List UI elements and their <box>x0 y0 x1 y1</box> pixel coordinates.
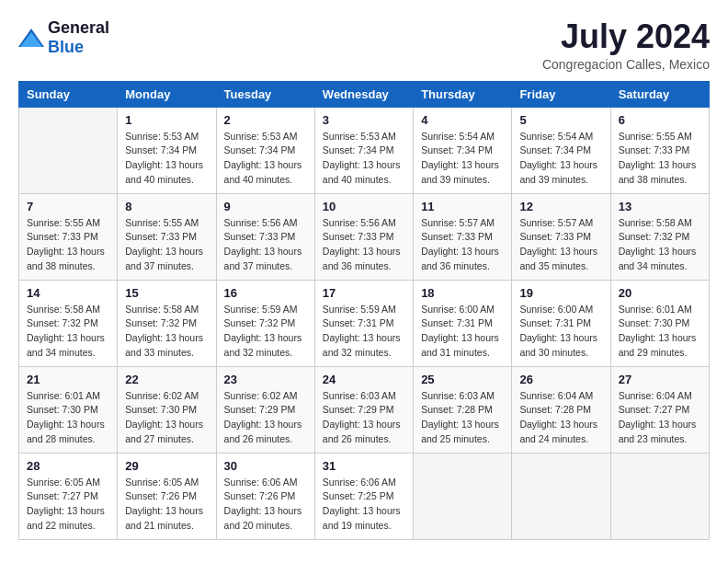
logo-icon <box>18 29 44 47</box>
day-info: Sunrise: 6:04 AMSunset: 7:27 PMDaylight:… <box>619 389 701 447</box>
calendar-cell: 1Sunrise: 5:53 AMSunset: 7:34 PMDaylight… <box>118 107 216 193</box>
day-number: 19 <box>519 286 602 300</box>
page-header: General Blue July 2024 Congregacion Call… <box>18 18 710 72</box>
day-info: Sunrise: 5:59 AMSunset: 7:32 PMDaylight:… <box>224 303 307 361</box>
weekday-header-wednesday: Wednesday <box>314 81 413 107</box>
calendar-cell <box>414 453 512 539</box>
day-info: Sunrise: 6:06 AMSunset: 7:25 PMDaylight:… <box>323 476 405 534</box>
weekday-header-sunday: Sunday <box>19 81 118 107</box>
day-info: Sunrise: 6:02 AMSunset: 7:29 PMDaylight:… <box>224 389 307 447</box>
day-info: Sunrise: 6:05 AMSunset: 7:26 PMDaylight:… <box>125 476 208 534</box>
calendar-cell: 23Sunrise: 6:02 AMSunset: 7:29 PMDayligh… <box>216 366 314 453</box>
day-info: Sunrise: 6:06 AMSunset: 7:26 PMDaylight:… <box>224 476 307 534</box>
title-section: July 2024 Congregacion Calles, Mexico <box>542 18 710 72</box>
day-info: Sunrise: 5:53 AMSunset: 7:34 PMDaylight:… <box>323 130 405 188</box>
week-row-2: 7Sunrise: 5:55 AMSunset: 7:33 PMDaylight… <box>19 193 710 280</box>
day-number: 3 <box>323 113 405 127</box>
day-number: 11 <box>421 200 504 213</box>
day-number: 31 <box>323 459 405 473</box>
calendar-cell: 20Sunrise: 6:01 AMSunset: 7:30 PMDayligh… <box>610 280 709 366</box>
day-info: Sunrise: 6:00 AMSunset: 7:31 PMDaylight:… <box>421 303 504 361</box>
day-info: Sunrise: 6:00 AMSunset: 7:31 PMDaylight:… <box>519 303 602 361</box>
day-number: 24 <box>323 373 405 386</box>
day-info: Sunrise: 5:59 AMSunset: 7:31 PMDaylight:… <box>323 303 405 361</box>
location-subtitle: Congregacion Calles, Mexico <box>542 57 710 72</box>
day-info: Sunrise: 5:56 AMSunset: 7:33 PMDaylight:… <box>224 216 307 274</box>
day-info: Sunrise: 6:04 AMSunset: 7:28 PMDaylight:… <box>519 389 602 447</box>
week-row-1: 1Sunrise: 5:53 AMSunset: 7:34 PMDaylight… <box>19 107 710 193</box>
day-number: 28 <box>27 459 109 473</box>
day-info: Sunrise: 6:01 AMSunset: 7:30 PMDaylight:… <box>27 389 109 447</box>
day-info: Sunrise: 5:58 AMSunset: 7:32 PMDaylight:… <box>619 216 701 274</box>
day-info: Sunrise: 5:54 AMSunset: 7:34 PMDaylight:… <box>421 130 504 188</box>
calendar-cell: 26Sunrise: 6:04 AMSunset: 7:28 PMDayligh… <box>512 366 610 453</box>
calendar-cell: 27Sunrise: 6:04 AMSunset: 7:27 PMDayligh… <box>610 366 709 453</box>
calendar-cell: 24Sunrise: 6:03 AMSunset: 7:29 PMDayligh… <box>314 366 413 453</box>
calendar-cell: 29Sunrise: 6:05 AMSunset: 7:26 PMDayligh… <box>118 453 216 539</box>
week-row-5: 28Sunrise: 6:05 AMSunset: 7:27 PMDayligh… <box>19 453 710 539</box>
calendar-cell: 25Sunrise: 6:03 AMSunset: 7:28 PMDayligh… <box>414 366 512 453</box>
day-info: Sunrise: 5:54 AMSunset: 7:34 PMDaylight:… <box>519 130 602 188</box>
calendar-cell: 10Sunrise: 5:56 AMSunset: 7:33 PMDayligh… <box>314 193 413 280</box>
day-number: 27 <box>619 373 701 386</box>
day-info: Sunrise: 6:01 AMSunset: 7:30 PMDaylight:… <box>619 303 701 361</box>
calendar-cell: 7Sunrise: 5:55 AMSunset: 7:33 PMDaylight… <box>19 193 118 280</box>
day-number: 21 <box>27 373 109 386</box>
day-number: 2 <box>224 113 307 127</box>
day-info: Sunrise: 6:05 AMSunset: 7:27 PMDaylight:… <box>27 476 109 534</box>
calendar-cell: 3Sunrise: 5:53 AMSunset: 7:34 PMDaylight… <box>314 107 413 193</box>
logo-general-text: General <box>48 18 109 37</box>
weekday-header-row: SundayMondayTuesdayWednesdayThursdayFrid… <box>19 81 710 107</box>
calendar-cell: 9Sunrise: 5:56 AMSunset: 7:33 PMDaylight… <box>216 193 314 280</box>
day-number: 30 <box>224 459 307 473</box>
calendar-cell: 19Sunrise: 6:00 AMSunset: 7:31 PMDayligh… <box>512 280 610 366</box>
day-info: Sunrise: 5:57 AMSunset: 7:33 PMDaylight:… <box>421 216 504 274</box>
day-number: 18 <box>421 286 504 300</box>
calendar-cell: 31Sunrise: 6:06 AMSunset: 7:25 PMDayligh… <box>314 453 413 539</box>
day-number: 7 <box>27 200 109 213</box>
day-number: 16 <box>224 286 307 300</box>
calendar-cell: 21Sunrise: 6:01 AMSunset: 7:30 PMDayligh… <box>19 366 118 453</box>
day-number: 5 <box>519 113 602 127</box>
week-row-4: 21Sunrise: 6:01 AMSunset: 7:30 PMDayligh… <box>19 366 710 453</box>
calendar-cell: 6Sunrise: 5:55 AMSunset: 7:33 PMDaylight… <box>610 107 709 193</box>
month-title: July 2024 <box>542 18 710 55</box>
calendar-cell: 12Sunrise: 5:57 AMSunset: 7:33 PMDayligh… <box>512 193 610 280</box>
day-number: 15 <box>125 286 208 300</box>
calendar-cell: 11Sunrise: 5:57 AMSunset: 7:33 PMDayligh… <box>414 193 512 280</box>
day-info: Sunrise: 5:53 AMSunset: 7:34 PMDaylight:… <box>224 130 307 188</box>
day-info: Sunrise: 5:57 AMSunset: 7:33 PMDaylight:… <box>519 216 602 274</box>
day-info: Sunrise: 5:53 AMSunset: 7:34 PMDaylight:… <box>125 130 208 188</box>
weekday-header-friday: Friday <box>512 81 610 107</box>
day-number: 22 <box>125 373 208 386</box>
calendar-cell: 16Sunrise: 5:59 AMSunset: 7:32 PMDayligh… <box>216 280 314 366</box>
day-number: 10 <box>323 200 405 213</box>
day-number: 6 <box>619 113 701 127</box>
day-number: 4 <box>421 113 504 127</box>
calendar-cell: 28Sunrise: 6:05 AMSunset: 7:27 PMDayligh… <box>19 453 118 539</box>
day-info: Sunrise: 6:03 AMSunset: 7:28 PMDaylight:… <box>421 389 504 447</box>
day-info: Sunrise: 6:03 AMSunset: 7:29 PMDaylight:… <box>323 389 405 447</box>
day-info: Sunrise: 5:58 AMSunset: 7:32 PMDaylight:… <box>125 303 208 361</box>
calendar-cell <box>610 453 709 539</box>
calendar-cell: 17Sunrise: 5:59 AMSunset: 7:31 PMDayligh… <box>314 280 413 366</box>
day-number: 14 <box>27 286 109 300</box>
weekday-header-tuesday: Tuesday <box>216 81 314 107</box>
calendar-cell: 14Sunrise: 5:58 AMSunset: 7:32 PMDayligh… <box>19 280 118 366</box>
day-number: 8 <box>125 200 208 213</box>
day-number: 9 <box>224 200 307 213</box>
calendar-cell: 2Sunrise: 5:53 AMSunset: 7:34 PMDaylight… <box>216 107 314 193</box>
day-info: Sunrise: 5:58 AMSunset: 7:32 PMDaylight:… <box>27 303 109 361</box>
calendar-cell: 30Sunrise: 6:06 AMSunset: 7:26 PMDayligh… <box>216 453 314 539</box>
day-info: Sunrise: 5:55 AMSunset: 7:33 PMDaylight:… <box>619 130 701 188</box>
day-number: 17 <box>323 286 405 300</box>
day-info: Sunrise: 6:02 AMSunset: 7:30 PMDaylight:… <box>125 389 208 447</box>
day-number: 13 <box>619 200 701 213</box>
week-row-3: 14Sunrise: 5:58 AMSunset: 7:32 PMDayligh… <box>19 280 710 366</box>
day-number: 20 <box>619 286 701 300</box>
day-number: 12 <box>519 200 602 213</box>
day-info: Sunrise: 5:56 AMSunset: 7:33 PMDaylight:… <box>323 216 405 274</box>
weekday-header-saturday: Saturday <box>610 81 709 107</box>
calendar-cell: 13Sunrise: 5:58 AMSunset: 7:32 PMDayligh… <box>610 193 709 280</box>
calendar-table: SundayMondayTuesdayWednesdayThursdayFrid… <box>18 81 710 540</box>
